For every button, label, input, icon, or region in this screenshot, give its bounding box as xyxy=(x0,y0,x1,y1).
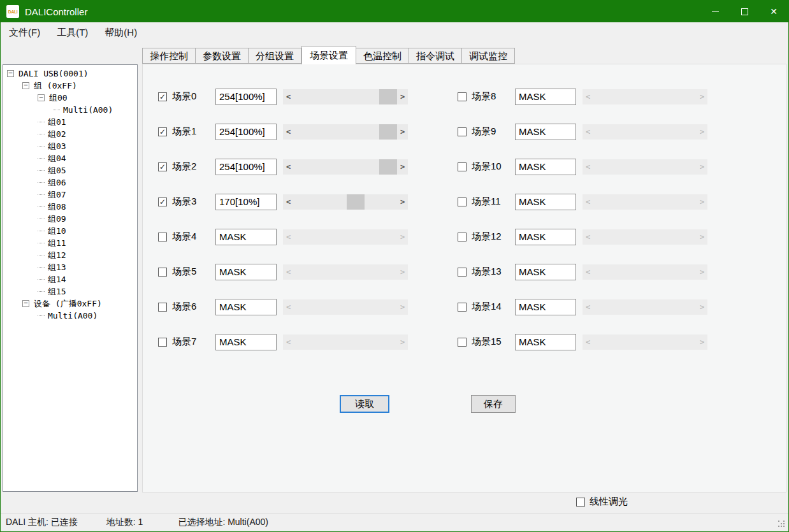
scene-level-slider[interactable]: < > xyxy=(283,229,408,245)
scene-value-input[interactable] xyxy=(215,159,277,175)
scroll-right-icon[interactable]: > xyxy=(397,229,408,245)
scene-level-slider[interactable]: < > xyxy=(583,194,707,210)
tab-4[interactable]: 色温控制 xyxy=(356,48,409,64)
scroll-left-icon[interactable]: < xyxy=(283,89,294,104)
scroll-left-icon[interactable]: < xyxy=(283,334,294,350)
scroll-left-icon[interactable]: < xyxy=(583,124,593,140)
tree-expander-icon[interactable]: − xyxy=(22,82,29,89)
scene-value-input[interactable] xyxy=(215,194,277,210)
scroll-left-icon[interactable]: < xyxy=(583,264,593,280)
tree-item[interactable]: 组05 xyxy=(3,164,137,176)
scroll-right-icon[interactable]: > xyxy=(397,299,408,315)
scene-level-slider[interactable]: < > xyxy=(283,159,408,175)
scroll-right-icon[interactable]: > xyxy=(397,89,408,104)
scene-value-input[interactable] xyxy=(215,124,277,140)
resize-grip-icon[interactable] xyxy=(778,521,786,528)
scroll-right-icon[interactable]: > xyxy=(697,194,707,210)
scroll-left-icon[interactable]: < xyxy=(283,159,294,175)
scene-value-input[interactable] xyxy=(515,159,576,175)
scene-checkbox[interactable] xyxy=(458,233,467,241)
scene-value-input[interactable] xyxy=(515,334,576,350)
scene-level-slider[interactable]: < > xyxy=(283,124,408,140)
tree-item[interactable]: 组06 xyxy=(3,176,137,189)
scroll-right-icon[interactable]: > xyxy=(397,124,408,140)
scene-checkbox[interactable]: ✓ xyxy=(158,198,167,206)
linear-dimming-checkbox[interactable] xyxy=(576,498,585,507)
scene-level-slider[interactable]: < > xyxy=(583,229,707,245)
scene-level-slider[interactable]: < > xyxy=(583,124,707,140)
scene-checkbox[interactable] xyxy=(458,92,467,101)
scene-level-slider[interactable]: < > xyxy=(283,334,408,350)
scene-checkbox[interactable] xyxy=(158,338,167,347)
scene-value-input[interactable] xyxy=(515,89,576,105)
tree-item[interactable]: 组12 xyxy=(3,249,137,261)
scene-checkbox[interactable] xyxy=(158,268,167,277)
tree-item[interactable]: −组 (0xFF) xyxy=(3,80,137,92)
scene-value-input[interactable] xyxy=(215,264,277,280)
scroll-thumb[interactable] xyxy=(379,89,397,104)
scroll-right-icon[interactable]: > xyxy=(397,264,408,280)
scene-level-slider[interactable]: < > xyxy=(283,264,408,280)
menu-file[interactable]: 文件(F) xyxy=(1,22,48,43)
scroll-right-icon[interactable]: > xyxy=(697,299,707,315)
scroll-left-icon[interactable]: < xyxy=(583,299,593,315)
scene-level-slider[interactable]: < > xyxy=(583,264,707,280)
tree-expander-icon[interactable]: − xyxy=(22,300,29,307)
tree-expander-icon[interactable]: − xyxy=(38,94,45,101)
scroll-left-icon[interactable]: < xyxy=(583,159,593,175)
scroll-right-icon[interactable]: > xyxy=(697,89,707,104)
close-button[interactable]: ✕ xyxy=(759,1,788,22)
scroll-left-icon[interactable]: < xyxy=(283,194,294,210)
scene-level-slider[interactable]: < > xyxy=(583,159,707,175)
tree-item[interactable]: Multi(A00) xyxy=(3,310,137,322)
tree-item[interactable]: 组03 xyxy=(3,140,137,152)
tree-item[interactable]: Multi(A00) xyxy=(3,104,137,116)
tree-item[interactable]: −设备 (广播0xFF) xyxy=(3,298,137,310)
tab-2[interactable]: 分组设置 xyxy=(249,48,301,64)
save-button[interactable]: 保存 xyxy=(471,395,516,413)
tree-item[interactable]: 组01 xyxy=(3,116,137,128)
scene-level-slider[interactable]: < > xyxy=(583,89,707,104)
tree-item[interactable]: −DALI USB(0001) xyxy=(3,68,137,80)
scene-checkbox[interactable] xyxy=(458,162,467,171)
tab-0[interactable]: 操作控制 xyxy=(142,48,196,64)
scroll-left-icon[interactable]: < xyxy=(283,264,294,280)
scroll-thumb[interactable] xyxy=(347,194,365,210)
scene-value-input[interactable] xyxy=(215,89,277,105)
scene-value-input[interactable] xyxy=(515,264,576,280)
scroll-thumb[interactable] xyxy=(379,124,397,140)
tree-item[interactable]: 组15 xyxy=(3,285,137,298)
scene-value-input[interactable] xyxy=(515,194,576,210)
scene-checkbox[interactable] xyxy=(458,303,467,312)
scroll-right-icon[interactable]: > xyxy=(697,264,707,280)
scene-level-slider[interactable]: < > xyxy=(283,299,408,315)
tree-item[interactable]: 组08 xyxy=(3,201,137,213)
scene-value-input[interactable] xyxy=(215,229,277,245)
tree-item[interactable]: 组07 xyxy=(3,189,137,201)
scroll-left-icon[interactable]: < xyxy=(583,334,593,350)
tab-6[interactable]: 调试监控 xyxy=(462,48,515,64)
scene-checkbox[interactable] xyxy=(158,303,167,312)
scroll-right-icon[interactable]: > xyxy=(697,124,707,140)
scene-checkbox[interactable]: ✓ xyxy=(158,127,167,136)
tree-item[interactable]: 组09 xyxy=(3,213,137,225)
linear-dimming-option[interactable]: 线性调光 xyxy=(576,496,628,508)
tree-item[interactable]: 组04 xyxy=(3,152,137,164)
tree-item[interactable]: 组13 xyxy=(3,261,137,273)
scene-checkbox[interactable] xyxy=(158,233,167,241)
scroll-right-icon[interactable]: > xyxy=(697,159,707,175)
tab-5[interactable]: 指令调试 xyxy=(409,48,462,64)
scroll-left-icon[interactable]: < xyxy=(283,229,294,245)
scroll-right-icon[interactable]: > xyxy=(397,334,408,350)
scroll-left-icon[interactable]: < xyxy=(583,229,593,245)
scene-value-input[interactable] xyxy=(515,299,576,315)
scene-checkbox[interactable] xyxy=(458,127,467,136)
scene-level-slider[interactable]: < > xyxy=(583,299,707,315)
scene-value-input[interactable] xyxy=(515,124,576,140)
scene-value-input[interactable] xyxy=(515,229,576,245)
scroll-left-icon[interactable]: < xyxy=(283,299,294,315)
scene-checkbox[interactable] xyxy=(458,338,467,347)
tab-1[interactable]: 参数设置 xyxy=(196,48,249,64)
scroll-thumb[interactable] xyxy=(379,159,397,175)
minimize-button[interactable] xyxy=(700,1,730,22)
